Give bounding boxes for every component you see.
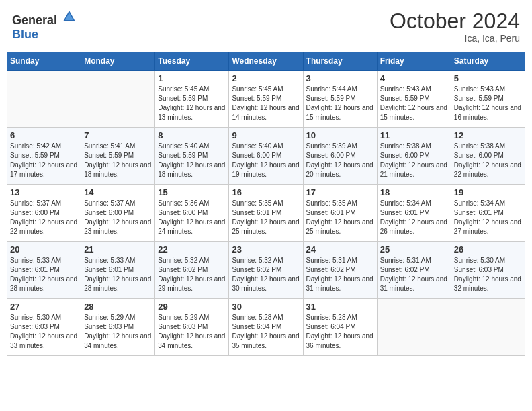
calendar-cell: 22Sunrise: 5:32 AMSunset: 6:02 PMDayligh… <box>155 242 229 299</box>
calendar-cell: 7Sunrise: 5:41 AMSunset: 5:59 PMDaylight… <box>81 128 155 185</box>
sunrise-time: Sunrise: 5:33 AM <box>10 257 61 264</box>
day-number: 31 <box>306 302 374 312</box>
daylight-hours: Daylight: 12 hours and 29 minutes. <box>158 275 225 292</box>
daylight-hours: Daylight: 12 hours and 18 minutes. <box>158 161 225 178</box>
sunrise-time: Sunrise: 5:31 AM <box>306 257 357 264</box>
daylight-hours: Daylight: 12 hours and 18 minutes. <box>84 161 151 178</box>
calendar-cell: 10Sunrise: 5:39 AMSunset: 6:00 PMDayligh… <box>303 128 377 185</box>
weekday-header-monday: Monday <box>81 52 155 71</box>
sunrise-time: Sunrise: 5:34 AM <box>380 199 431 207</box>
day-number: 18 <box>380 187 448 197</box>
sunrise-time: Sunrise: 5:35 AM <box>306 199 357 207</box>
day-info: Sunrise: 5:38 AMSunset: 6:00 PMDaylight:… <box>454 142 522 179</box>
daylight-hours: Daylight: 12 hours and 14 minutes. <box>232 104 299 121</box>
calendar-cell <box>377 299 451 356</box>
day-info: Sunrise: 5:36 AMSunset: 6:00 PMDaylight:… <box>158 199 226 236</box>
day-info: Sunrise: 5:40 AMSunset: 5:59 PMDaylight:… <box>158 142 226 179</box>
day-info: Sunrise: 5:35 AMSunset: 6:01 PMDaylight:… <box>232 199 300 236</box>
sunrise-time: Sunrise: 5:40 AM <box>158 142 209 150</box>
calendar-cell: 18Sunrise: 5:34 AMSunset: 6:01 PMDayligh… <box>377 185 451 242</box>
sunset-time: Sunset: 6:02 PM <box>306 266 356 273</box>
day-info: Sunrise: 5:42 AMSunset: 5:59 PMDaylight:… <box>10 142 78 179</box>
sunset-time: Sunset: 5:59 PM <box>158 152 208 159</box>
daylight-hours: Daylight: 12 hours and 35 minutes. <box>232 332 299 349</box>
sunrise-time: Sunrise: 5:32 AM <box>158 257 209 264</box>
day-number: 10 <box>306 130 374 140</box>
daylight-hours: Daylight: 12 hours and 19 minutes. <box>232 161 299 178</box>
sunrise-time: Sunrise: 5:45 AM <box>232 85 283 93</box>
daylight-hours: Daylight: 12 hours and 25 minutes. <box>306 218 373 235</box>
sunrise-time: Sunrise: 5:33 AM <box>84 257 135 264</box>
daylight-hours: Daylight: 12 hours and 15 minutes. <box>306 104 373 121</box>
sunset-time: Sunset: 6:03 PM <box>84 323 134 330</box>
sunset-time: Sunset: 6:00 PM <box>158 209 208 216</box>
sunset-time: Sunset: 5:59 PM <box>158 95 208 102</box>
day-number: 25 <box>380 244 448 255</box>
day-number: 8 <box>158 130 226 140</box>
day-number: 12 <box>454 130 522 140</box>
day-info: Sunrise: 5:31 AMSunset: 6:02 PMDaylight:… <box>306 256 374 293</box>
sunset-time: Sunset: 6:02 PM <box>158 266 208 273</box>
weekday-header-wednesday: Wednesday <box>229 52 303 71</box>
day-number: 22 <box>158 244 226 255</box>
sunset-time: Sunset: 6:01 PM <box>232 209 281 216</box>
daylight-hours: Daylight: 12 hours and 23 minutes. <box>84 218 151 235</box>
sunset-time: Sunset: 6:03 PM <box>454 266 504 273</box>
weekday-header-saturday: Saturday <box>451 52 525 71</box>
sunrise-time: Sunrise: 5:34 AM <box>454 199 505 207</box>
calendar-table: SundayMondayTuesdayWednesdayThursdayFrid… <box>7 52 525 356</box>
sunrise-time: Sunrise: 5:29 AM <box>84 314 135 321</box>
sunrise-time: Sunrise: 5:37 AM <box>10 199 61 207</box>
day-info: Sunrise: 5:45 AMSunset: 5:59 PMDaylight:… <box>158 85 226 122</box>
sunset-time: Sunset: 5:59 PM <box>84 152 134 159</box>
daylight-hours: Daylight: 12 hours and 34 minutes. <box>84 332 151 349</box>
sunrise-time: Sunrise: 5:39 AM <box>306 142 357 150</box>
day-number: 21 <box>84 244 152 255</box>
daylight-hours: Daylight: 12 hours and 27 minutes. <box>454 218 521 235</box>
calendar-cell: 14Sunrise: 5:37 AMSunset: 6:00 PMDayligh… <box>81 185 155 242</box>
calendar-cell: 3Sunrise: 5:44 AMSunset: 5:59 PMDaylight… <box>303 71 377 128</box>
calendar-week-3: 13Sunrise: 5:37 AMSunset: 6:00 PMDayligh… <box>7 185 525 242</box>
day-number: 15 <box>158 187 226 197</box>
daylight-hours: Daylight: 12 hours and 20 minutes. <box>306 161 373 178</box>
weekday-header-sunday: Sunday <box>7 52 81 71</box>
calendar-cell: 16Sunrise: 5:35 AMSunset: 6:01 PMDayligh… <box>229 185 303 242</box>
day-info: Sunrise: 5:32 AMSunset: 6:02 PMDaylight:… <box>158 256 226 293</box>
calendar-cell: 19Sunrise: 5:34 AMSunset: 6:01 PMDayligh… <box>451 185 525 242</box>
weekday-header-row: SundayMondayTuesdayWednesdayThursdayFrid… <box>7 52 525 71</box>
day-info: Sunrise: 5:43 AMSunset: 5:59 PMDaylight:… <box>380 85 448 122</box>
sunset-time: Sunset: 6:00 PM <box>84 209 134 216</box>
day-info: Sunrise: 5:30 AMSunset: 6:03 PMDaylight:… <box>454 256 522 293</box>
sunset-time: Sunset: 6:01 PM <box>454 209 504 216</box>
calendar-cell: 17Sunrise: 5:35 AMSunset: 6:01 PMDayligh… <box>303 185 377 242</box>
sunrise-time: Sunrise: 5:38 AM <box>454 142 505 150</box>
sunset-time: Sunset: 6:02 PM <box>380 266 430 273</box>
sunset-time: Sunset: 6:01 PM <box>10 266 60 273</box>
day-number: 3 <box>306 73 374 83</box>
daylight-hours: Daylight: 12 hours and 25 minutes. <box>232 218 299 235</box>
calendar-cell <box>7 71 81 128</box>
day-info: Sunrise: 5:32 AMSunset: 6:02 PMDaylight:… <box>232 256 300 293</box>
sunset-time: Sunset: 5:59 PM <box>10 152 60 159</box>
sunset-time: Sunset: 6:03 PM <box>10 323 60 330</box>
daylight-hours: Daylight: 12 hours and 30 minutes. <box>232 275 299 292</box>
sunrise-time: Sunrise: 5:29 AM <box>158 314 209 321</box>
day-info: Sunrise: 5:29 AMSunset: 6:03 PMDaylight:… <box>158 313 226 351</box>
sunrise-time: Sunrise: 5:32 AM <box>232 257 283 264</box>
page-header: General Blue October 2024 Ica, Ica, Peru <box>7 7 525 46</box>
day-number: 14 <box>84 187 152 197</box>
day-number: 26 <box>454 244 522 255</box>
title-block: October 2024 Ica, Ica, Peru <box>390 9 520 44</box>
daylight-hours: Daylight: 12 hours and 24 minutes. <box>158 218 225 235</box>
sunset-time: Sunset: 6:00 PM <box>454 152 504 159</box>
calendar-body: 1Sunrise: 5:45 AMSunset: 5:59 PMDaylight… <box>7 71 525 356</box>
sunset-time: Sunset: 5:59 PM <box>232 95 281 102</box>
sunrise-time: Sunrise: 5:44 AM <box>306 85 357 93</box>
day-number: 4 <box>380 73 448 83</box>
daylight-hours: Daylight: 12 hours and 28 minutes. <box>84 275 151 292</box>
day-info: Sunrise: 5:37 AMSunset: 6:00 PMDaylight:… <box>10 199 78 236</box>
day-number: 20 <box>10 244 78 255</box>
day-info: Sunrise: 5:34 AMSunset: 6:01 PMDaylight:… <box>380 199 448 236</box>
sunset-time: Sunset: 6:01 PM <box>380 209 430 216</box>
day-number: 19 <box>454 187 522 197</box>
